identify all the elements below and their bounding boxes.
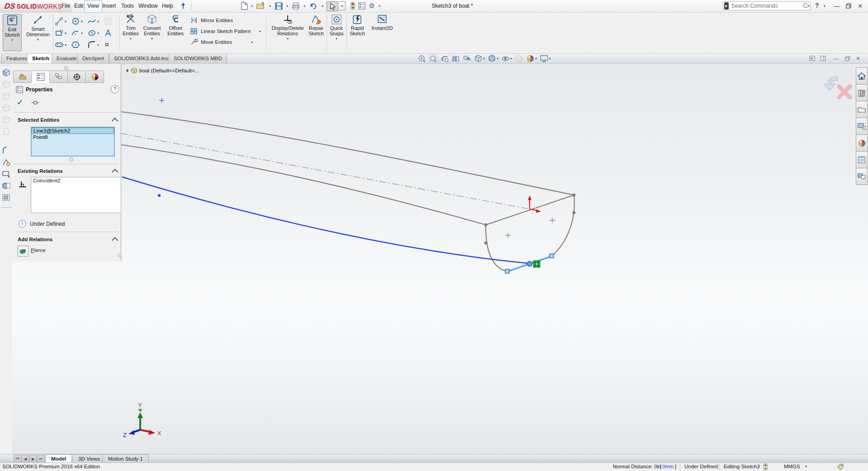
doc-restore-button[interactable] — [843, 54, 852, 62]
window-close-button[interactable]: ✕ — [855, 0, 866, 12]
tab-motion-study-1[interactable]: Motion Study 1 — [102, 454, 149, 463]
display-style-button[interactable]: ▾ — [486, 53, 500, 63]
list-item[interactable]: Line3@Sketch2 — [32, 128, 114, 134]
add-relations-header[interactable]: Add Relations — [18, 237, 52, 242]
circle-tool-button[interactable]: ▾ — [71, 17, 83, 26]
zoom-to-area-button[interactable] — [427, 53, 439, 63]
ellipse-tool-button[interactable]: ▾ — [87, 29, 99, 38]
arc-tool-caret[interactable]: ▾ — [81, 31, 83, 35]
doc-window-back-icon[interactable] — [807, 54, 816, 62]
save-caret[interactable]: ▾ — [285, 1, 289, 10]
window-minimize-button[interactable]: — — [831, 0, 842, 12]
first-tab-button[interactable]: ⏮ — [14, 455, 22, 463]
print-button[interactable] — [291, 1, 300, 10]
menu-insert[interactable]: Insert — [100, 0, 119, 12]
toolbar-grip-icon[interactable] — [2, 64, 11, 66]
feature-manager-tab[interactable] — [13, 71, 32, 83]
line-tool-caret[interactable]: ▾ — [65, 19, 66, 24]
save-button[interactable] — [274, 1, 283, 10]
list-item[interactable]: Coincident2 — [31, 177, 121, 184]
listbox-resize-grip[interactable] — [69, 157, 73, 162]
sketch-picture-button[interactable] — [104, 17, 113, 26]
repair-sketch-button[interactable]: Repair Sketch — [307, 14, 326, 36]
view-cube-button[interactable] — [0, 90, 12, 102]
trim-entities-button[interactable]: Trim Entities ▾ — [120, 14, 141, 41]
exit-sketch-button[interactable]: Exit Sketch ▾ — [3, 14, 22, 51]
existing-relations-listbox[interactable]: Coincident2 — [31, 177, 121, 213]
menu-help[interactable]: Help — [159, 0, 176, 12]
search-caret[interactable]: ▾ — [807, 1, 810, 10]
slot-tool-button[interactable]: ▾ — [55, 40, 66, 49]
menu-tools[interactable]: Tools — [119, 0, 137, 12]
undo-button[interactable] — [308, 1, 318, 10]
view-cube-button[interactable] — [0, 102, 12, 114]
existing-relations-collapse-icon[interactable] — [112, 169, 118, 175]
doc-minimize-button[interactable]: — — [832, 54, 841, 62]
zoom-to-fit-button[interactable] — [416, 53, 427, 63]
apply-scene-caret[interactable]: ▾ — [535, 57, 537, 61]
pin-icon[interactable] — [31, 100, 39, 106]
doc-window-pane-icon[interactable] — [818, 54, 827, 62]
prev-tab-button[interactable]: ◀ — [21, 455, 29, 463]
selected-entities-listbox[interactable]: Line3@Sketch2 Point8 — [31, 127, 115, 157]
units-caret[interactable]: ▴ — [805, 464, 807, 468]
list-item[interactable]: Point8 — [32, 134, 114, 140]
undo-caret[interactable]: ▾ — [320, 1, 325, 10]
tab-model[interactable]: Model — [45, 454, 72, 463]
convert-entities-caret[interactable]: ▾ — [151, 37, 153, 41]
fillet-tool-caret[interactable]: ▾ — [97, 43, 99, 47]
tag-icon[interactable] — [837, 463, 844, 471]
print-caret[interactable]: ▾ — [302, 1, 307, 10]
repair-sketch-side-button[interactable] — [0, 157, 12, 168]
tab-dimxpert[interactable]: DimXpert — [77, 53, 109, 63]
panel-corner-grip[interactable] — [118, 253, 122, 257]
polygon-tool-button[interactable] — [71, 40, 80, 49]
feature-tree-item[interactable]: boat (Default<<Default>... — [127, 67, 199, 75]
exit-sketch-caret[interactable]: ▾ — [11, 38, 13, 42]
preview-window-button[interactable] — [0, 192, 12, 204]
ok-check-button[interactable]: ✓ — [17, 98, 23, 107]
open-document-caret[interactable]: ▾ — [268, 1, 272, 10]
tab-3d-views[interactable]: 3D Views — [72, 454, 106, 463]
new-document-caret[interactable]: ▾ — [250, 1, 254, 10]
view-annotations-button[interactable] — [461, 53, 473, 63]
menu-file[interactable]: File — [59, 0, 73, 12]
linear-sketch-pattern-button[interactable]: Linear Sketch Pattern ▾ — [190, 26, 261, 37]
hide-show-items-button[interactable]: ▾ — [500, 53, 513, 63]
panel-splitter-grip[interactable] — [64, 66, 68, 70]
open-document-button[interactable] — [256, 1, 265, 10]
edit-appearance-button[interactable] — [513, 53, 525, 63]
mirror-entities-button[interactable]: Mirror Entities — [190, 15, 261, 26]
tree-expander-icon[interactable] — [127, 69, 129, 72]
spline-tool-button[interactable]: ▾ — [87, 17, 99, 26]
slot-tool-caret[interactable]: ▾ — [65, 43, 66, 47]
display-delete-caret[interactable]: ▾ — [287, 37, 289, 41]
display-delete-relations-button[interactable]: Display/Delete Relations ▾ — [268, 14, 308, 41]
sketch-grid-button[interactable] — [0, 145, 12, 157]
select-tool-button[interactable] — [327, 1, 338, 11]
smart-dimension-button[interactable]: Smart Dimension ▾ — [24, 14, 52, 42]
file-properties-button[interactable] — [357, 1, 366, 10]
previous-view-button[interactable] — [439, 53, 450, 63]
rapid-sketch-button[interactable]: Rapid Sketch — [347, 14, 367, 36]
move-entities-caret[interactable]: ▾ — [251, 40, 253, 44]
graphics-viewport[interactable] — [12, 63, 868, 454]
display-style-caret[interactable]: ▾ — [497, 57, 498, 61]
view-orientation-caret[interactable]: ▾ — [483, 57, 485, 61]
custom-properties-button[interactable] — [856, 151, 868, 168]
search-magnifier-icon[interactable] — [802, 2, 807, 10]
instant2d-button[interactable]: Instant2D — [369, 14, 395, 31]
circle-tool-caret[interactable]: ▾ — [81, 19, 83, 24]
smart-dimension-caret[interactable]: ▾ — [37, 38, 39, 42]
existing-relations-header[interactable]: Existing Relations — [18, 168, 63, 174]
last-tab-button[interactable]: ⏭ — [37, 455, 45, 463]
next-tab-button[interactable]: ▶ — [29, 455, 37, 463]
point-tool-button[interactable] — [104, 42, 110, 48]
search-commands-box[interactable]: ▸ ▾ — [723, 1, 811, 10]
doc-close-button[interactable]: ✕ — [854, 54, 863, 62]
add-relations-collapse-icon[interactable] — [112, 237, 118, 243]
display-manager-tab[interactable] — [85, 71, 104, 83]
units-label[interactable]: MMGS — [784, 464, 800, 469]
quick-snaps-caret[interactable]: ▾ — [336, 37, 337, 41]
linear-pattern-caret[interactable]: ▾ — [259, 29, 261, 33]
